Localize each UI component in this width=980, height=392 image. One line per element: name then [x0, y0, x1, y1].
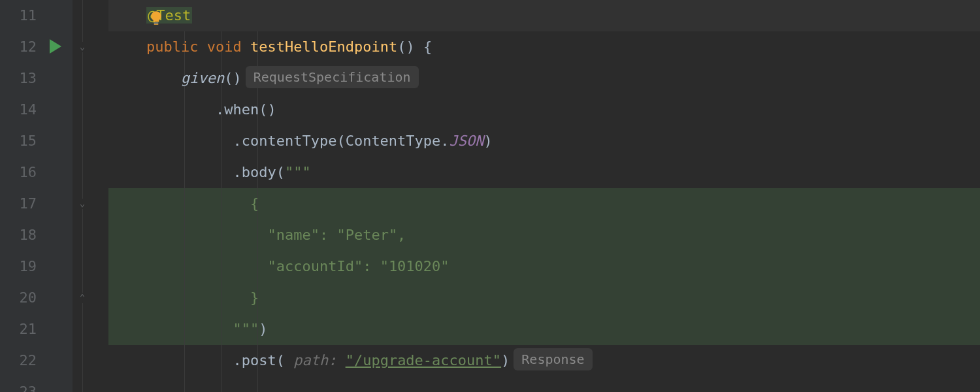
line-number: 12 — [0, 31, 37, 63]
code-line[interactable]: @Test — [108, 0, 980, 31]
code-line[interactable]: "name": "Peter", — [108, 220, 980, 251]
fold-end-icon[interactable]: ⌃ — [77, 293, 88, 303]
code-line[interactable]: .when() — [108, 94, 980, 125]
line-number: 13 — [0, 63, 37, 94]
code-line[interactable] — [108, 376, 980, 392]
code-line[interactable]: } — [108, 282, 980, 314]
line-number: 11 — [0, 0, 37, 31]
code-line[interactable]: given()RequestSpecification — [108, 63, 980, 94]
code-line[interactable]: .post( path: "/upgrade-account")Response — [108, 345, 980, 376]
fold-toggle-icon[interactable]: ⌄ — [77, 199, 88, 209]
svg-rect-0 — [154, 23, 159, 24]
line-number: 23 — [0, 376, 37, 392]
line-number: 20 — [0, 282, 37, 314]
code-area[interactable]: @Test public void testHelloEndpoint() { … — [108, 0, 980, 392]
code-line[interactable]: """) — [108, 314, 980, 345]
line-number: 18 — [0, 220, 37, 251]
line-number: 21 — [0, 314, 37, 345]
code-editor: 11121314151617181920212223 ⌄ ⌄ ⌃ @Test p… — [0, 0, 980, 392]
method-name: testHelloEndpoint — [250, 39, 397, 55]
line-number: 22 — [0, 345, 37, 376]
code-line[interactable]: public void testHelloEndpoint() { — [108, 31, 980, 63]
code-line[interactable]: .contentType(ContentType.JSON) — [108, 125, 980, 157]
gutter-markers — [46, 0, 72, 392]
code-line[interactable]: "accountId": "101020" — [108, 251, 980, 282]
fold-toggle-icon[interactable]: ⌄ — [77, 42, 88, 52]
line-number: 19 — [0, 251, 37, 282]
inline-hint: RequestSpecification — [246, 66, 419, 88]
code-line[interactable]: .body(""" — [108, 157, 980, 188]
inline-hint: Response — [514, 348, 592, 370]
fold-column: ⌄ ⌄ ⌃ — [72, 0, 108, 392]
param-hint: path: — [285, 352, 346, 368]
run-test-icon[interactable] — [50, 39, 61, 54]
line-number: 16 — [0, 157, 37, 188]
code-line[interactable]: { — [108, 188, 980, 220]
line-number: 14 — [0, 94, 37, 125]
line-number: 17 — [0, 188, 37, 220]
intention-bulb-icon[interactable] — [148, 7, 165, 24]
line-number: 15 — [0, 125, 37, 157]
line-number-gutter: 11121314151617181920212223 — [0, 0, 46, 392]
